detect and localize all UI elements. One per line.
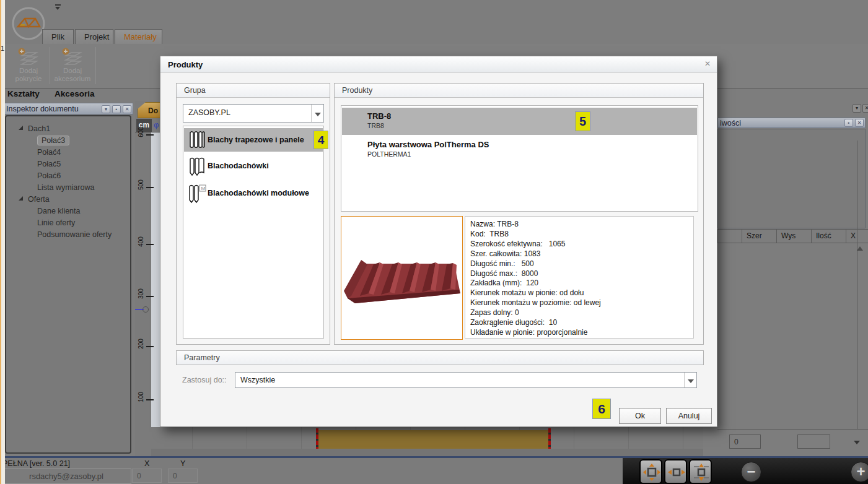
zoom-out-button[interactable]: − xyxy=(741,462,761,482)
properties-panel-zone: ▾ ✕ iwości ▪ ✕ Szer Wys Ilość X 0 xyxy=(703,89,868,456)
apply-to-combobox[interactable]: Wszystkie xyxy=(235,372,697,388)
zoom-in-button[interactable]: + xyxy=(851,462,868,482)
group-combobox-value: ZASOBY.PL xyxy=(188,108,230,117)
expander-icon[interactable] xyxy=(19,126,23,130)
tree-item-linie-oferty[interactable]: Linie oferty xyxy=(6,217,130,228)
apply-to-label: Zastosuj do:: xyxy=(182,376,227,384)
close-icon[interactable]: ✕ xyxy=(123,105,131,113)
ruler-tick-600: 600 xyxy=(136,127,155,140)
dialog-close-icon[interactable]: ✕ xyxy=(704,59,711,68)
group-listbox: Blachy trapezowe i panele 4 Blachodachów… xyxy=(183,126,324,339)
tree-item-polac4[interactable]: Połać4 xyxy=(6,146,130,158)
add-covering-button[interactable]: Dodaj pokrycie xyxy=(10,46,47,87)
group-item-blachodachowki-modulowe[interactable]: M Blachodachówki modułowe xyxy=(184,181,323,205)
tab-materialy[interactable]: Materiały xyxy=(115,29,162,45)
x-coordinate-field[interactable]: 0 xyxy=(132,469,162,483)
license-label: PEŁNA [ver. 5.0 21] xyxy=(2,459,70,468)
group-groupbox: Grupa ZASOBY.PL Blachy trapezowe i panel… xyxy=(176,83,330,345)
subtabs: Kształty Akcesoria xyxy=(5,89,135,101)
y-coordinate-field[interactable]: 0 xyxy=(168,469,198,483)
inspector-titlebar: Inspektor dokumentu ▾ ▪ ✕ xyxy=(1,103,133,115)
col-szer[interactable]: Szer xyxy=(742,230,776,243)
sum-field-2[interactable] xyxy=(797,434,830,449)
product-row-poltherma[interactable]: Płyta warstwowa PolTherma DS POLTHERMA1 xyxy=(342,136,697,163)
tab-projekt[interactable]: Projekt xyxy=(75,29,113,45)
products-listbox: TRB-8 TRB8 5 Płyta warstwowa PolTherma D… xyxy=(341,105,698,212)
y-label: Y xyxy=(180,459,185,468)
product-image xyxy=(341,216,463,340)
fit-both-icon xyxy=(643,463,660,482)
add-sheets-icon xyxy=(17,47,40,66)
panel-close-icon[interactable]: ✕ xyxy=(862,104,868,113)
footer-dropdown-icon[interactable] xyxy=(854,441,860,444)
col-ilosc[interactable]: Ilość xyxy=(811,230,846,243)
horizontal-scrollbar[interactable] xyxy=(151,449,703,456)
products-groupbox: Produkty TRB-8 TRB8 5 Płyta warstwowa Po… xyxy=(334,83,704,345)
tree-item-polac5[interactable]: Połać5 xyxy=(6,158,130,170)
chevron-down-icon[interactable] xyxy=(684,373,696,387)
ruler-origin-marker xyxy=(135,306,151,313)
collapsed-panel-strip[interactable]: 1 xyxy=(0,0,5,484)
subtab-ksztalty[interactable]: Kształty xyxy=(7,89,40,98)
products-groupbox-title: Produkty xyxy=(335,84,703,98)
tree-item-oferta[interactable]: Oferta xyxy=(6,193,130,205)
product-details: Nazwa: TRB-8 Kod: TRB8 Szerokość efektyw… xyxy=(465,216,694,339)
app-logo-icon[interactable] xyxy=(11,6,46,41)
tree-item-polac6[interactable]: Połać6 xyxy=(6,170,130,181)
pin-icon[interactable]: ▾ xyxy=(102,105,110,113)
add-sheets-icon xyxy=(61,47,84,66)
group-item-blachy-trapezowe[interactable]: Blachy trapezowe i panele 4 xyxy=(184,128,323,152)
tile-sheet-icon xyxy=(188,155,206,176)
ruler-tick-300: 300 xyxy=(136,288,155,302)
trb8-sheet-image xyxy=(341,217,462,339)
fit-to-window-button[interactable] xyxy=(639,459,662,484)
inspector-title: Inspektor dokumentu xyxy=(6,105,79,113)
inspector-tree: Dach1 Połać3 Połać4 Połać5 Połać6 Lista … xyxy=(5,115,131,454)
close-icon[interactable]: ✕ xyxy=(855,119,864,127)
step-badge-4: 4 xyxy=(313,131,328,149)
tile-module-icon: M xyxy=(188,183,206,204)
ok-button[interactable]: Ok xyxy=(619,408,661,424)
step-badge-6: 6 xyxy=(592,399,611,419)
cancel-button[interactable]: Anuluj xyxy=(666,408,712,424)
tab-plik[interactable]: Plik xyxy=(42,29,74,45)
quick-access-dropdown-icon[interactable] xyxy=(55,4,62,11)
tree-item-polac3[interactable]: Połać3 xyxy=(6,134,130,146)
products-dialog: Produkty ✕ Grupa ZASOBY.PL Blachy trapez… xyxy=(160,56,717,427)
fit-width-icon xyxy=(668,463,685,482)
title-bar: Plik Projekt Materiały xyxy=(5,0,868,44)
add-accessory-button[interactable]: Dodaj akcesorium xyxy=(52,46,93,87)
sum-field-1[interactable]: 0 xyxy=(729,434,761,449)
collapsed-panel-label: 1 xyxy=(1,45,4,52)
ruler-tick-500: 500 xyxy=(136,179,155,193)
product-row-trb8[interactable]: TRB-8 TRB8 5 xyxy=(342,108,697,135)
minimize-icon[interactable]: ▪ xyxy=(112,105,121,113)
table-scrollbar-divider xyxy=(857,140,857,429)
group-item-blachodachowki[interactable]: Blachodachówki xyxy=(184,154,323,178)
fit-width-button[interactable] xyxy=(664,459,687,484)
subtab-akcesoria[interactable]: Akcesoria xyxy=(55,89,95,98)
parameters-groupbox-title: Parametry xyxy=(176,350,704,365)
trapezoid-sheet-icon xyxy=(188,129,206,150)
table-footer-divider xyxy=(717,429,868,430)
edge-marker xyxy=(548,428,551,450)
ribbon-separator xyxy=(50,47,50,84)
group-combobox[interactable]: ZASOBY.PL xyxy=(183,104,324,123)
dialog-titlebar[interactable]: Produkty ✕ xyxy=(160,56,717,73)
canvas-bottom-strip xyxy=(151,427,703,450)
properties-titlebar: iwości ▪ ✕ xyxy=(717,118,866,128)
minimize-icon[interactable]: ▪ xyxy=(844,119,853,127)
ruler-tick-200: 200 xyxy=(136,339,155,352)
fit-height-button[interactable] xyxy=(689,459,712,484)
scroll-up-icon[interactable] xyxy=(857,246,863,251)
col-wys[interactable]: Wys xyxy=(776,230,811,243)
expander-icon[interactable] xyxy=(19,196,23,201)
chevron-down-icon[interactable] xyxy=(311,105,323,122)
tree-item-podsumowanie-oferty[interactable]: Podsumowanie oferty xyxy=(6,228,130,240)
tree-item-dach1[interactable]: Dach1 xyxy=(6,123,130,134)
tree-item-lista-wymiarowa[interactable]: Lista wymiarowa xyxy=(6,181,130,193)
apply-to-value: Wszystkie xyxy=(240,376,275,384)
panel-dropdown-icon[interactable]: ▾ xyxy=(853,104,861,113)
step-badge-5: 5 xyxy=(575,111,590,131)
tree-item-dane-klienta[interactable]: Dane klienta xyxy=(6,205,130,217)
